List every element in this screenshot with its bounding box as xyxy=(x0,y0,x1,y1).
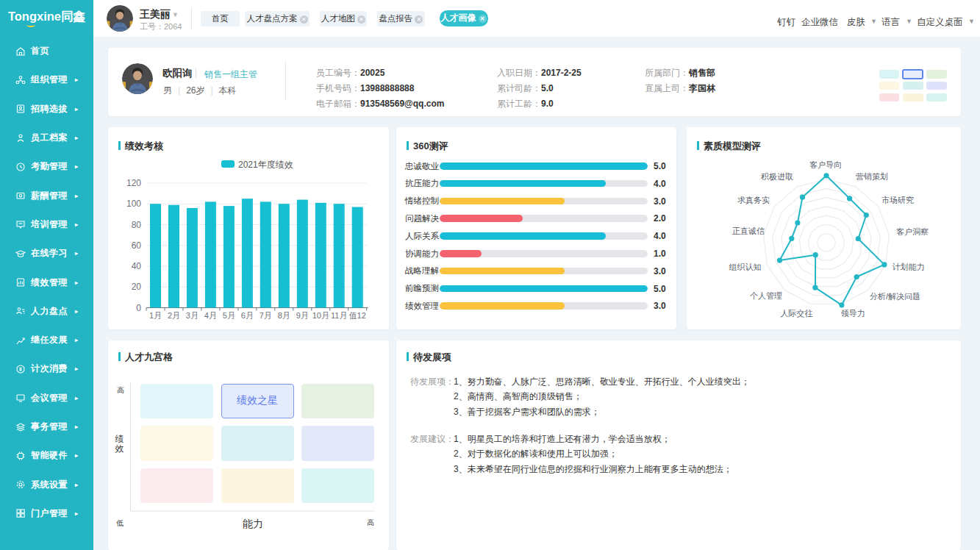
svg-text:分析/解决问题: 分析/解决问题 xyxy=(870,292,920,301)
svg-text:0: 0 xyxy=(136,303,141,313)
svg-text:80: 80 xyxy=(132,220,142,230)
svg-text:3月: 3月 xyxy=(186,311,198,320)
svg-text:11月: 11月 xyxy=(331,311,347,320)
svg-text:客户导向: 客户导向 xyxy=(809,160,842,169)
svg-text:客户洞察: 客户洞察 xyxy=(896,227,929,236)
svg-text:7月: 7月 xyxy=(260,311,272,320)
svg-text:市场研究: 市场研究 xyxy=(881,196,914,204)
svg-text:计划能力: 计划能力 xyxy=(893,262,925,271)
svg-text:20: 20 xyxy=(132,282,142,292)
svg-text:40: 40 xyxy=(132,261,142,271)
svg-text:9月: 9月 xyxy=(296,311,309,320)
svg-text:100: 100 xyxy=(126,199,141,209)
svg-text:120: 120 xyxy=(126,178,141,188)
svg-text:积极进取: 积极进取 xyxy=(760,172,793,181)
svg-text:值12: 值12 xyxy=(349,311,366,320)
svg-text:正直诚信: 正直诚信 xyxy=(732,226,765,235)
svg-text:6月: 6月 xyxy=(241,311,254,320)
svg-text:60: 60 xyxy=(132,240,142,251)
svg-text:10月: 10月 xyxy=(312,311,329,320)
svg-text:5月: 5月 xyxy=(223,311,235,320)
svg-text:8月: 8月 xyxy=(278,311,290,320)
svg-text:2月: 2月 xyxy=(168,311,180,320)
svg-text:个人管理: 个人管理 xyxy=(750,291,782,300)
svg-text:1月: 1月 xyxy=(149,311,162,320)
svg-text:4月: 4月 xyxy=(204,311,217,320)
svg-text:人际交往: 人际交往 xyxy=(781,309,813,318)
svg-text:营销策划: 营销策划 xyxy=(856,172,888,181)
svg-text:求真务实: 求真务实 xyxy=(737,196,770,204)
svg-text:组织认知: 组织认知 xyxy=(729,262,762,271)
svg-text:领导力: 领导力 xyxy=(841,309,865,318)
